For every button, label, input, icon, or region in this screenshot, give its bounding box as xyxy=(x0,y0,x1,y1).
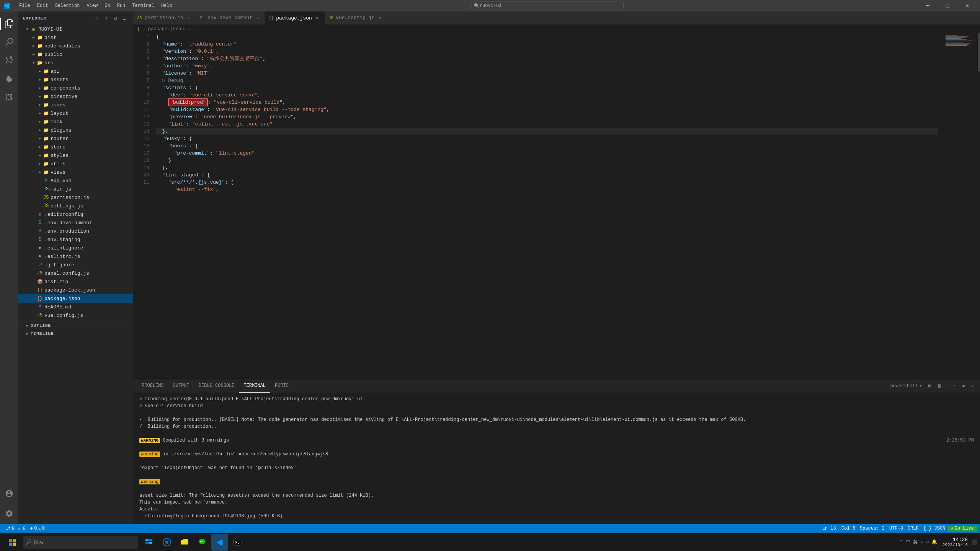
title-search[interactable]: 🔍 ruoyi-ui xyxy=(470,2,624,10)
new-folder-icon[interactable]: + xyxy=(103,15,110,22)
taskbar-systray[interactable]: ^ 中 英 ♪ ⊞ 🔔 xyxy=(898,539,939,545)
tab-terminal[interactable]: TERMINAL xyxy=(239,379,270,393)
menu-go[interactable]: Go xyxy=(101,2,113,9)
sidebar-item-package-lock[interactable]: ▶ {} package-lock.json xyxy=(18,286,133,294)
status-git[interactable]: ⎇ 0 △ 0 xyxy=(3,526,28,531)
run-debug-icon[interactable] xyxy=(0,70,18,88)
status-errors[interactable]: ⊗ 0 ⚠ 0 xyxy=(28,526,47,531)
sidebar-item-app-vue[interactable]: ▶ V App.vue xyxy=(18,176,133,185)
taskbar-app-vscode[interactable] xyxy=(211,534,228,551)
sidebar-item-vue-config[interactable]: ▶ JS vue.config.js xyxy=(18,311,133,320)
sidebar-item-eslintrc[interactable]: ▶ ● .eslintrc.js xyxy=(18,252,133,261)
sidebar-item-layout[interactable]: ▶ 📁 layout xyxy=(18,109,133,117)
new-file-icon[interactable]: + xyxy=(93,15,101,22)
tab-permission-js[interactable]: JS permission.js ✕ xyxy=(133,11,196,24)
sidebar-item-env-prod[interactable]: ▶ $ .env.production xyxy=(18,227,133,235)
sidebar-item-env-dev[interactable]: ▶ $ .env.development xyxy=(18,218,133,227)
sidebar-item-package-json[interactable]: ▶ {} package.json xyxy=(18,294,133,303)
sidebar-item-babel-config[interactable]: ▶ JS babel.config.js xyxy=(18,269,133,277)
sidebar-item-readme[interactable]: ▶ M README.md xyxy=(18,303,133,311)
sidebar-item-icons[interactable]: ▶ 📁 icons xyxy=(18,101,133,109)
sidebar-item-views[interactable]: ▶ 📁 views xyxy=(18,168,133,176)
close-button[interactable]: ✕ xyxy=(959,0,976,11)
sidebar-item-directive[interactable]: ▶ 📁 directive xyxy=(18,92,133,101)
sidebar-item-mock[interactable]: ▶ 📁 mock xyxy=(18,117,133,126)
source-control-icon[interactable] xyxy=(0,51,18,70)
settings-icon[interactable] xyxy=(0,504,18,523)
menu-file[interactable]: File xyxy=(16,2,33,9)
kill-terminal-button[interactable]: 🗑 xyxy=(935,382,944,390)
taskbar-app-wechat[interactable] xyxy=(194,534,211,551)
tab-vue-config[interactable]: JS vue.config.js ✕ xyxy=(325,11,387,24)
status-line-ending[interactable]: CRLF xyxy=(905,526,921,531)
menu-edit[interactable]: Edit xyxy=(34,2,51,9)
minimize-button[interactable]: ─ xyxy=(919,0,936,11)
split-terminal-button[interactable]: ⊞ xyxy=(926,382,933,390)
menu-run[interactable]: Run xyxy=(114,2,129,9)
taskbar-clock[interactable]: 14:28 2023/10/16 xyxy=(942,537,968,547)
sidebar-item-src[interactable]: ▶ 📂 src xyxy=(18,59,133,67)
tab-close-button[interactable]: ✕ xyxy=(186,15,192,21)
maximize-panel-button[interactable]: ▲ xyxy=(960,383,967,390)
more-actions-button[interactable]: ··· xyxy=(946,383,959,390)
menu-help[interactable]: Help xyxy=(158,2,175,9)
tab-close-button[interactable]: ✕ xyxy=(255,15,261,21)
status-go-live[interactable]: ⚡ Go Live xyxy=(947,526,977,531)
tab-close-button[interactable]: ✕ xyxy=(377,15,383,21)
sidebar-item-plugins[interactable]: ▶ 📁 plugins xyxy=(18,126,133,134)
collapse-icon[interactable]: … xyxy=(121,15,129,22)
code-content[interactable]: { "name": "tradding_center", "version": … xyxy=(152,33,942,379)
restore-button[interactable]: ❑ xyxy=(939,0,956,11)
extensions-icon[interactable] xyxy=(0,88,18,106)
tree-root-folder[interactable]: ▶ ▣ RUOYI-UI xyxy=(18,25,133,33)
close-panel-button[interactable]: ✕ xyxy=(969,382,976,390)
taskbar-app-explorer[interactable] xyxy=(141,534,158,551)
menu-view[interactable]: View xyxy=(83,2,101,9)
start-button[interactable] xyxy=(3,533,21,551)
taskbar-app-browser[interactable] xyxy=(158,534,175,551)
sidebar-item-main-js[interactable]: ▶ JS main.js xyxy=(18,185,133,193)
explorer-icon[interactable] xyxy=(0,15,18,33)
sidebar-item-dist-zip[interactable]: ▶ 📦 dist.zip xyxy=(18,277,133,286)
sidebar-item-assets[interactable]: ▶ 📁 assets xyxy=(18,75,133,84)
sidebar-item-components[interactable]: ▶ 📁 components xyxy=(18,84,133,92)
status-position[interactable]: Ln 13, Col 5 xyxy=(820,526,858,531)
sidebar-item-router[interactable]: ▶ 📁 router xyxy=(18,134,133,143)
sidebar-item-node-modules[interactable]: ▶ 📁 node_modules xyxy=(18,42,133,50)
tab-close-button[interactable]: ✕ xyxy=(314,15,320,21)
tab-package-json[interactable]: {} package.json ✕ xyxy=(265,11,325,24)
search-activity-icon[interactable] xyxy=(0,33,18,51)
sidebar-item-store[interactable]: ▶ 📁 store xyxy=(18,143,133,151)
sidebar-item-eslintignore[interactable]: ▶ ● .eslintignore xyxy=(18,244,133,252)
sidebar-item-public[interactable]: ▶ 📁 public xyxy=(18,50,133,59)
show-desktop-button[interactable] xyxy=(972,540,977,545)
sidebar-item-utils[interactable]: ▶ 📁 utils xyxy=(18,160,133,168)
status-language[interactable]: { } JSON xyxy=(921,526,948,531)
sidebar-item-dist[interactable]: ▶ 📁 dist xyxy=(18,33,133,42)
sidebar-item-editorconfig[interactable]: ▶ ⚙ .editorconfig xyxy=(18,210,133,218)
tab-ports[interactable]: PORTS xyxy=(270,379,293,393)
accounts-icon[interactable] xyxy=(0,484,18,503)
sidebar-item-api[interactable]: ▶ 📁 api xyxy=(18,67,133,75)
sidebar-item-permission-js[interactable]: ▶ JS permission.js xyxy=(18,193,133,202)
terminal-type-selector[interactable]: powershell ▾ xyxy=(888,382,924,390)
sidebar-item-gitignore[interactable]: ▶ ⎇ .gitignore xyxy=(18,261,133,269)
tab-output[interactable]: OUTPUT xyxy=(168,379,194,393)
status-spaces[interactable]: Spaces: 2 xyxy=(858,526,887,531)
terminal-content[interactable]: > tradding_center@0.0.1 build:prod E:\AL… xyxy=(133,393,980,524)
taskbar-search[interactable]: 搜索 xyxy=(23,536,138,549)
timeline-section[interactable]: ▶ TIMELINE xyxy=(18,329,133,338)
menu-terminal[interactable]: Terminal xyxy=(129,2,157,9)
sidebar-item-env-staging[interactable]: ▶ $ .env.staging xyxy=(18,235,133,244)
sidebar-item-settings-js[interactable]: ▶ JS settings.js xyxy=(18,202,133,210)
refresh-icon[interactable]: ↺ xyxy=(112,15,119,22)
tab-env-development[interactable]: $ .env.development ✕ xyxy=(196,11,265,24)
taskbar-app-files[interactable] xyxy=(176,534,193,551)
tab-problems[interactable]: PROBLEMS xyxy=(137,379,168,393)
taskbar-app-terminal[interactable] xyxy=(229,534,246,551)
menu-selection[interactable]: Selection xyxy=(52,2,83,9)
sidebar-item-styles[interactable]: ▶ 📁 styles xyxy=(18,151,133,160)
tab-debug-console[interactable]: DEBUG CONSOLE xyxy=(194,379,239,393)
outline-section[interactable]: ▶ OUTLINE xyxy=(18,321,133,329)
status-encoding[interactable]: UTF-8 xyxy=(887,526,905,531)
